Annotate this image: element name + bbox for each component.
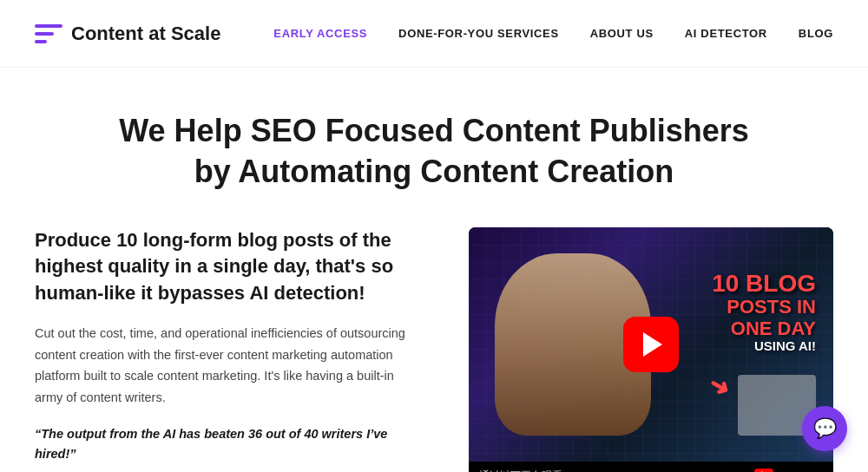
body-text-1: Cut out the cost, time, and operational …: [35, 323, 425, 409]
nav-about-us[interactable]: ABOUT US: [590, 27, 654, 40]
overlay-line1: 10 BLOG: [712, 271, 816, 298]
logo-icon: [35, 22, 62, 46]
youtube-icon: [754, 469, 773, 472]
logo[interactable]: Content at Scale: [35, 22, 220, 46]
nav-done-for-you[interactable]: DONE-FOR-YOU SERVICES: [398, 27, 559, 40]
logo-line-2: [35, 32, 54, 36]
nav-ai-detector[interactable]: AI DETECTOR: [685, 27, 767, 40]
nav-early-access[interactable]: EARLY ACCESS: [273, 27, 367, 40]
hero-title-line2: by Automating Content Creation: [194, 154, 674, 189]
youtube-label: YouTube: [779, 469, 823, 472]
quote-text: “The output from the AI has beaten 36 ou…: [35, 424, 425, 464]
video-overlay-text: 10 BLOG POSTS IN ONE DAY USING AI!: [712, 271, 816, 354]
main-content: We Help SEO Focused Content Publishers b…: [0, 68, 868, 472]
video-bottom-text: 通过以下平台观看：: [479, 469, 573, 472]
youtube-logo: YouTube: [754, 469, 823, 472]
subheadline: Produce 10 long-form blog posts of the h…: [35, 227, 425, 307]
main-nav: EARLY ACCESS DONE-FOR-YOU SERVICES ABOUT…: [273, 27, 833, 40]
content-layout: Produce 10 long-form blog posts of the h…: [35, 227, 833, 472]
right-column: CaS How I generated 10 Blog Post in a si…: [469, 227, 833, 472]
chat-button[interactable]: 💬: [802, 406, 847, 451]
nav-blog[interactable]: BLOG: [799, 27, 833, 40]
chat-icon: 💬: [813, 417, 837, 440]
overlay-line4: USING AI!: [712, 339, 816, 354]
logo-line-1: [35, 24, 62, 28]
overlay-line3: ONE DAY: [712, 318, 816, 339]
video-bottom-bar: 通过以下平台观看： YouTube: [469, 462, 833, 472]
logo-line-3: [35, 40, 47, 43]
play-triangle-icon: [643, 332, 662, 357]
video-thumbnail[interactable]: 10 BLOG POSTS IN ONE DAY USING AI! ➜: [469, 227, 833, 462]
left-column: Produce 10 long-form blog posts of the h…: [35, 227, 425, 472]
video-container[interactable]: CaS How I generated 10 Blog Post in a si…: [469, 227, 833, 472]
logo-text: Content at Scale: [71, 23, 220, 45]
overlay-line2: POSTS IN: [712, 297, 816, 318]
hero-title: We Help SEO Focused Content Publishers b…: [35, 111, 833, 193]
play-button[interactable]: [623, 317, 679, 372]
header: Content at Scale EARLY ACCESS DONE-FOR-Y…: [0, 0, 868, 68]
hero-title-line1: We Help SEO Focused Content Publishers: [119, 113, 748, 148]
